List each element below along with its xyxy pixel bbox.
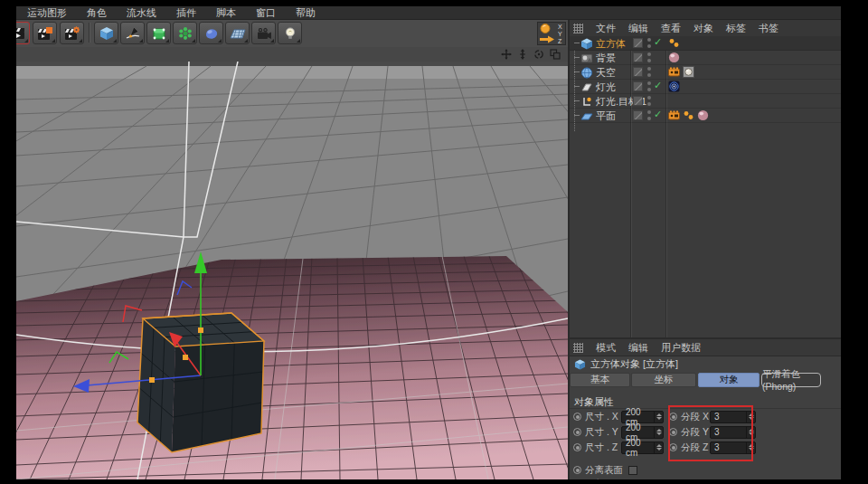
tab-basic[interactable]: 基本 <box>570 373 630 387</box>
render-picture-viewer-button[interactable] <box>33 22 57 44</box>
freehand-spline-button[interactable] <box>120 22 145 44</box>
texture-tag-icon[interactable] <box>683 66 694 78</box>
compositing-tag-icon[interactable] <box>668 109 680 121</box>
material-tag-icon[interactable] <box>697 109 709 121</box>
record-circle[interactable] <box>573 428 581 436</box>
pen-icon <box>125 26 141 41</box>
om-menu-edit[interactable]: 编辑 <box>628 22 648 35</box>
compositing-tag-icon[interactable] <box>668 66 680 78</box>
menu-item-pipeline[interactable]: 流水线 <box>127 6 156 20</box>
deformers-button[interactable] <box>199 22 223 44</box>
phong-tag-icon[interactable] <box>668 37 680 49</box>
enabled-check-icon[interactable]: ✓ <box>654 36 662 48</box>
size-z-field[interactable]: 200 cm <box>621 441 664 454</box>
menu-item-window[interactable]: 窗口 <box>256 6 276 20</box>
movie-camera-icon <box>256 26 272 41</box>
separate-surfaces-checkbox[interactable] <box>628 466 637 475</box>
enabled-check-icon[interactable]: ✓ <box>654 80 662 91</box>
panel-grip-icon[interactable] <box>573 343 583 353</box>
enabled-check-icon[interactable]: ✓ <box>654 109 662 120</box>
spinner[interactable] <box>654 412 663 422</box>
object-name[interactable]: 天空 <box>596 66 616 80</box>
om-menu-tags[interactable]: 标签 <box>726 22 746 35</box>
menu-item-character[interactable]: 角色 <box>87 6 107 20</box>
visibility-dots[interactable] <box>647 67 651 77</box>
axis-letter-x: X <box>558 24 562 30</box>
add-cube-button[interactable] <box>94 22 118 44</box>
record-circle[interactable] <box>573 466 581 474</box>
object-row-background[interactable]: 背景 <box>570 51 841 65</box>
object-row-plane[interactable]: 平面 ✓ <box>570 109 841 123</box>
layer-toggle[interactable] <box>633 110 643 120</box>
size-x-field[interactable]: 200 cm <box>621 411 664 423</box>
menu-item-help[interactable]: 帮助 <box>296 6 316 20</box>
visibility-dots[interactable] <box>647 38 651 48</box>
visibility-dots[interactable] <box>647 81 651 91</box>
visibility-dots[interactable] <box>647 52 651 62</box>
floor-environment-button[interactable] <box>225 22 250 44</box>
right-panel-column: 文件 编辑 查看 对象 标签 书签 立方体 ✓ <box>568 20 841 479</box>
visibility-dots[interactable] <box>647 96 651 106</box>
object-row-sky[interactable]: 天空 <box>570 65 841 80</box>
spinner[interactable] <box>654 427 663 438</box>
attribute-title: 立方体对象 [立方体] <box>590 357 678 371</box>
plane-object[interactable] <box>16 256 568 479</box>
annotation-highlight-rectangle <box>668 405 753 461</box>
menu-item-script[interactable]: 脚本 <box>216 6 236 20</box>
light-button[interactable] <box>278 22 302 44</box>
size-y-field[interactable]: 200 cm <box>621 426 664 439</box>
om-menu-file[interactable]: 文件 <box>596 22 616 35</box>
visibility-dots[interactable] <box>647 110 651 120</box>
spinner[interactable] <box>654 442 663 453</box>
viewport-toggle-layout-icon[interactable] <box>549 48 561 60</box>
fillet-row: 圆角 . . . <box>573 477 635 479</box>
tab-object[interactable]: 对象 <box>698 373 760 387</box>
om-menu-view[interactable]: 查看 <box>661 22 681 35</box>
phong-tag-icon[interactable] <box>683 109 694 121</box>
target-tag-icon[interactable] <box>668 81 680 92</box>
viewport-zoom-icon[interactable] <box>516 48 528 60</box>
object-manager-list: 立方体 ✓ 背景 <box>570 36 841 337</box>
object-name[interactable]: 立方体 <box>596 37 626 51</box>
render-settings-button[interactable] <box>60 22 84 44</box>
object-name[interactable]: 灯光 <box>596 81 616 94</box>
size-y-label: 尺寸 . Y <box>585 426 621 439</box>
record-circle[interactable] <box>573 443 581 451</box>
object-row-cube[interactable]: 立方体 ✓ <box>570 36 841 51</box>
record-circle[interactable] <box>573 413 581 421</box>
am-menu-edit[interactable]: 编辑 <box>628 341 648 355</box>
fillet-checkbox[interactable] <box>626 479 635 480</box>
am-menu-mode[interactable]: 模式 <box>596 341 616 355</box>
axis-lock-widget[interactable]: X Y Z <box>537 22 566 49</box>
object-properties-header: 对象属性 <box>574 395 614 409</box>
am-menu-user-data[interactable]: 用户数据 <box>661 341 701 355</box>
camera-button[interactable] <box>251 22 276 44</box>
render-view-button[interactable] <box>16 22 30 44</box>
subdivision-surface-button[interactable] <box>146 22 171 44</box>
om-menu-bookmarks[interactable]: 书签 <box>759 22 778 35</box>
menu-item-plugins[interactable]: 插件 <box>176 6 196 20</box>
layer-toggle[interactable] <box>633 96 643 106</box>
om-menu-objects[interactable]: 对象 <box>693 22 713 35</box>
layer-toggle[interactable] <box>633 67 643 77</box>
main-toolbar: X Y Z <box>16 20 568 48</box>
layer-toggle[interactable] <box>633 38 643 48</box>
object-row-light[interactable]: 灯光 ✓ <box>570 80 841 94</box>
object-row-light-target[interactable]: 灯光.目标.1 <box>570 94 841 109</box>
viewport-pan-icon[interactable] <box>500 48 512 60</box>
panel-grip-icon[interactable] <box>573 24 583 33</box>
layer-toggle[interactable] <box>633 81 643 91</box>
object-name[interactable]: 平面 <box>596 109 616 123</box>
tab-phong[interactable]: 平滑着色(Phong) <box>761 373 821 387</box>
object-name[interactable]: 背景 <box>596 52 616 65</box>
tab-coordinates[interactable]: 坐标 <box>631 373 696 387</box>
subdivision-cube-icon <box>151 26 167 41</box>
generators-button[interactable] <box>173 22 197 44</box>
fillet-label: 圆角 . . . <box>585 478 620 480</box>
material-tag-icon[interactable] <box>668 52 680 63</box>
cube-icon <box>99 26 115 41</box>
menu-item-mograph[interactable]: 运动图形 <box>27 6 67 20</box>
layer-toggle[interactable] <box>633 52 643 62</box>
viewport-3d-canvas[interactable] <box>16 62 568 479</box>
viewport-rotate-icon[interactable] <box>533 48 544 60</box>
